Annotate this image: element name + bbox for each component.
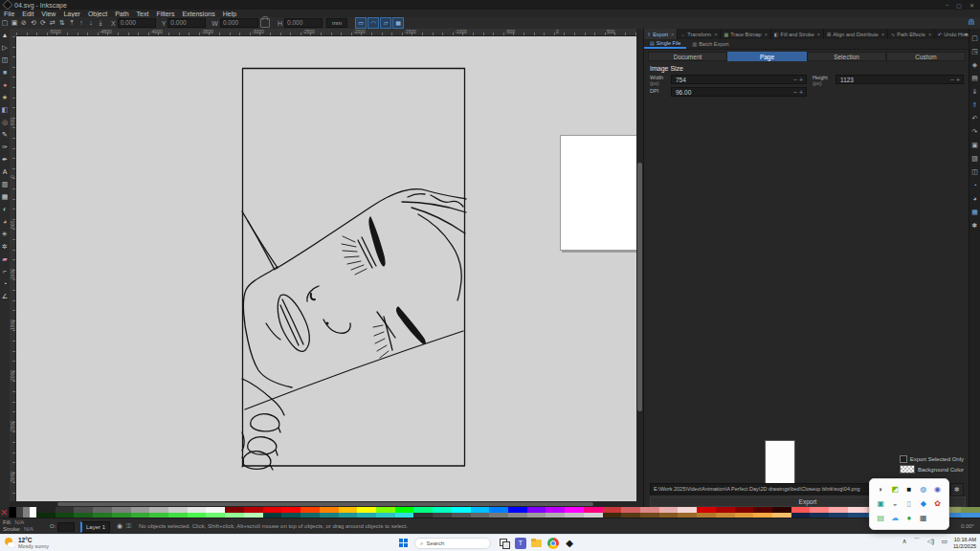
mode-tab-batch-export[interactable]: ▥Batch Export <box>686 39 734 49</box>
spray-tool-icon[interactable]: ✲ <box>2 240 8 253</box>
close-tab-icon[interactable]: × <box>671 32 674 37</box>
export-area-tab-page[interactable]: Page <box>727 52 807 61</box>
vertical-scrollbar-thumb[interactable] <box>637 163 642 411</box>
security-center-icon[interactable]: ✿ <box>934 499 941 509</box>
dialog-tab-export[interactable]: ⇑Export× <box>644 29 678 39</box>
close-tab-icon[interactable]: × <box>928 32 931 37</box>
x-field[interactable]: 0.000 <box>118 18 156 28</box>
lower-icon[interactable]: ↓ <box>86 19 96 27</box>
update-service-icon[interactable]: ◍ <box>920 485 926 495</box>
close-tab-icon[interactable]: × <box>765 32 768 37</box>
zoom-tool-icon[interactable]: ◔ <box>3 277 7 290</box>
dropper-tool-icon[interactable]: ◐ <box>3 203 7 215</box>
nvidia-settings-icon[interactable]: ◩ <box>891 485 899 495</box>
dialog-tab-align-and-distribute[interactable]: ⊞Align and Distribute× <box>824 29 888 39</box>
gradient-tool-icon[interactable]: ▥ <box>2 178 9 190</box>
node-tool-icon[interactable]: ▷ <box>2 41 7 54</box>
scale-stroke-toggle-icon[interactable]: ▭ <box>355 17 367 29</box>
dpi-field[interactable]: 96.00 − + <box>671 87 807 97</box>
selector-tool-icon[interactable]: ▲ <box>2 29 9 41</box>
calligraphy-tool-icon[interactable]: ✒ <box>2 153 8 165</box>
close-tab-icon[interactable]: × <box>714 32 717 37</box>
fill-stroke-indicator[interactable]: Fill:N/A Stroke:N/A <box>3 519 33 533</box>
export-area-tab-selection[interactable]: Selection <box>807 52 886 61</box>
measure-tool-icon[interactable]: ∠ <box>2 290 8 302</box>
print-icon[interactable]: ▤ <box>971 72 978 85</box>
menu-edit[interactable]: Edit <box>18 11 37 17</box>
recorder-icon[interactable]: ▦ <box>920 514 927 523</box>
height-field[interactable]: 1123 − + <box>835 75 964 84</box>
duplicate-icon[interactable]: ◫ <box>971 165 978 179</box>
bezier-tool-icon[interactable]: ✑ <box>2 141 8 153</box>
bucket-tool-icon[interactable]: ◕ <box>3 215 7 228</box>
palette-swatch[interactable] <box>23 507 30 518</box>
eraser-tool-icon[interactable]: ▰ <box>2 253 7 265</box>
phone-link-icon[interactable]: ▯ <box>907 499 911 509</box>
weather-widget[interactable]: 12°CMostly sunny <box>5 537 49 549</box>
vertical-ruler[interactable]: -500050010001500200025003000 <box>10 36 16 507</box>
mesh-tool-icon[interactable]: ▦ <box>2 190 9 203</box>
dialog-tab-fill-and-stroke[interactable]: ◧Fill and Stroke× <box>771 29 824 39</box>
palette-swatch[interactable] <box>16 507 23 518</box>
select-all-layers-icon[interactable]: ▣ <box>10 19 19 27</box>
lower-to-bottom-icon[interactable]: ⤓ <box>96 19 105 27</box>
flip-horizontal-icon[interactable]: ⇄ <box>48 19 57 27</box>
menu-view[interactable]: View <box>37 11 59 17</box>
minimize-button[interactable]: – <box>946 2 948 9</box>
close-tab-icon[interactable]: × <box>817 32 820 37</box>
dpi-steppers[interactable]: − + <box>793 88 803 98</box>
w-field[interactable]: 0.000 <box>220 18 258 28</box>
pencil-tool-icon[interactable]: ✎ <box>2 128 8 141</box>
inkscape-taskbar-icon[interactable]: ◆ <box>564 538 575 549</box>
menu-file[interactable]: File <box>0 11 18 17</box>
scale-gradients-toggle-icon[interactable]: ▱ <box>380 17 391 29</box>
shape-builder-tool-icon[interactable]: ◫ <box>2 54 9 66</box>
rotate-cw-icon[interactable]: ⟳ <box>38 19 48 27</box>
vertical-scrollbar[interactable] <box>636 29 643 507</box>
file-explorer-icon[interactable] <box>531 538 543 549</box>
zoom-drawing-icon[interactable]: ◕ <box>972 192 976 206</box>
copy-icon[interactable]: ▣ <box>971 139 978 152</box>
zoom-page-icon[interactable]: ◔ <box>972 179 976 192</box>
y-field[interactable]: 0.000 <box>167 18 206 28</box>
paste-icon[interactable]: ▨ <box>971 152 978 165</box>
cloud-sync-icon[interactable]: ◆ <box>921 499 926 509</box>
width-field[interactable]: 754 − + <box>671 75 807 84</box>
dialog-tab-path-effects[interactable]: ∿Path Effects× <box>888 29 935 39</box>
chevron-down-icon[interactable]: ▾ <box>965 31 968 37</box>
raise-icon[interactable]: ↑ <box>77 19 86 27</box>
background-color-swatch[interactable] <box>900 465 915 474</box>
taskbar-search[interactable]: ⌕ Search <box>414 538 491 549</box>
maximize-button[interactable]: ▢ <box>956 2 962 9</box>
canvas[interactable] <box>16 36 636 501</box>
palette-swatch[interactable] <box>30 507 36 518</box>
layer-visibility-eye-icon[interactable]: ◉ <box>117 522 122 530</box>
preferences-icon[interactable]: ✱ <box>972 219 978 232</box>
layer-lock-icon[interactable]: ⚿ <box>126 522 131 530</box>
display-driver-icon[interactable]: ■ <box>907 485 912 495</box>
export-area-tab-document[interactable]: Document <box>648 52 727 61</box>
volume-icon[interactable]: ◁) <box>927 538 935 545</box>
input-switcher-icon[interactable]: ◒ <box>893 499 898 509</box>
lock-ratio-toggle[interactable] <box>260 18 270 28</box>
teams-icon[interactable]: T <box>515 538 526 549</box>
width-steppers[interactable]: − + <box>793 76 803 85</box>
layer-selector[interactable]: Layer 1 <box>80 521 110 533</box>
unit-dropdown[interactable]: mm <box>326 18 347 28</box>
menu-path[interactable]: Path <box>111 11 132 17</box>
vpn-client-icon[interactable]: ● <box>907 514 912 523</box>
menu-text[interactable]: Text <box>133 11 153 17</box>
import-icon[interactable]: ⇓ <box>972 85 978 99</box>
no-color-swatch[interactable] <box>0 507 10 518</box>
redo-icon[interactable]: ↷ <box>972 125 978 139</box>
select-all-icon[interactable]: ▢ <box>0 19 10 27</box>
star-tool-icon[interactable]: ★ <box>2 91 8 103</box>
menu-extensions[interactable]: Extensions <box>178 11 218 17</box>
snapping-toggle-icon[interactable]: ⋒ <box>966 17 977 28</box>
spiral-tool-icon[interactable]: ◎ <box>2 116 8 128</box>
opacity-field[interactable] <box>57 522 75 532</box>
menu-filters[interactable]: Filters <box>152 11 178 17</box>
export-area-tab-custom[interactable]: Custom <box>886 52 966 61</box>
group-icon[interactable]: ▦ <box>971 206 978 219</box>
mode-tab-single-file[interactable]: ▤Single File <box>644 39 686 49</box>
